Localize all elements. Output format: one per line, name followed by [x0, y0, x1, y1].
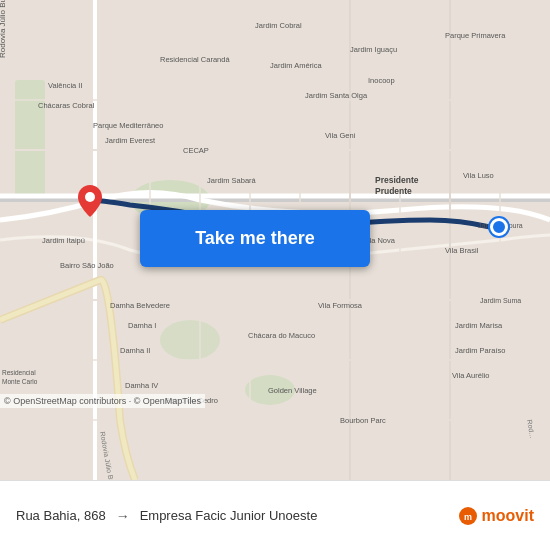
- svg-text:Vila Aurélio: Vila Aurélio: [452, 371, 489, 380]
- svg-text:Golden Village: Golden Village: [268, 386, 317, 395]
- route-to: Empresa Facic Junior Unoeste: [140, 508, 318, 523]
- route-arrow-icon: →: [116, 508, 130, 524]
- svg-text:m: m: [464, 512, 472, 522]
- svg-text:Monte Carlo: Monte Carlo: [2, 378, 38, 385]
- moovit-logo: m moovit: [458, 506, 534, 526]
- svg-text:Residencial: Residencial: [2, 369, 36, 376]
- svg-text:Inocoop: Inocoop: [368, 76, 395, 85]
- svg-text:Damha IV: Damha IV: [125, 381, 158, 390]
- svg-rect-2: [15, 80, 45, 200]
- destination-marker: [490, 218, 508, 236]
- svg-text:Jardim Itaipú: Jardim Itaipú: [42, 236, 85, 245]
- svg-text:Bairro São João: Bairro São João: [60, 261, 114, 270]
- svg-text:Damha Belvedere: Damha Belvedere: [110, 301, 170, 310]
- svg-text:Jardim Santa Olga: Jardim Santa Olga: [305, 91, 368, 100]
- svg-text:Damha I: Damha I: [128, 321, 156, 330]
- svg-text:Prudente: Prudente: [375, 186, 412, 196]
- svg-text:Jardim Marisa: Jardim Marisa: [455, 321, 503, 330]
- svg-text:Jardim Iguaçu: Jardim Iguaçu: [350, 45, 397, 54]
- svg-text:Jardim Sabará: Jardim Sabará: [207, 176, 257, 185]
- moovit-text: moovit: [482, 507, 534, 525]
- svg-text:Valência II: Valência II: [48, 81, 82, 90]
- svg-point-4: [160, 320, 220, 360]
- svg-text:Jardim Cobral: Jardim Cobral: [255, 21, 302, 30]
- svg-point-63: [85, 192, 95, 202]
- svg-text:Vila Luso: Vila Luso: [463, 171, 494, 180]
- svg-text:Jardim Suma: Jardim Suma: [480, 297, 521, 304]
- svg-text:CECAP: CECAP: [183, 146, 209, 155]
- svg-text:Residencial Carandá: Residencial Carandá: [160, 55, 230, 64]
- route-info: Rua Bahia, 868 → Empresa Facic Junior Un…: [16, 506, 534, 526]
- svg-text:Jardim Paraíso: Jardim Paraíso: [455, 346, 505, 355]
- route-from: Rua Bahia, 868: [16, 508, 106, 523]
- map-attribution: © OpenStreetMap contributors · © OpenMap…: [0, 394, 205, 408]
- map-container: Rodovia Júlio Budi Valência II Chácaras …: [0, 0, 550, 480]
- svg-text:Parque Primavera: Parque Primavera: [445, 31, 506, 40]
- svg-text:Rodovia Júlio Budi: Rodovia Júlio Budi: [0, 0, 7, 58]
- bottom-bar: Rua Bahia, 868 → Empresa Facic Junior Un…: [0, 480, 550, 550]
- svg-text:Jardim América: Jardim América: [270, 61, 323, 70]
- svg-text:Bourbon Parc: Bourbon Parc: [340, 416, 386, 425]
- svg-text:Vila Formosa: Vila Formosa: [318, 301, 363, 310]
- take-me-there-button[interactable]: Take me there: [140, 210, 370, 267]
- svg-text:Jardim Everest: Jardim Everest: [105, 136, 156, 145]
- svg-text:Damha II: Damha II: [120, 346, 150, 355]
- svg-text:Vila Brasil: Vila Brasil: [445, 246, 479, 255]
- svg-text:Parque Mediterrâneo: Parque Mediterrâneo: [93, 121, 163, 130]
- svg-text:Chácara do Macuco: Chácara do Macuco: [248, 331, 315, 340]
- svg-text:Vila Geni: Vila Geni: [325, 131, 356, 140]
- svg-text:Chácaras Cobral: Chácaras Cobral: [38, 101, 95, 110]
- svg-text:Presidente: Presidente: [375, 175, 419, 185]
- origin-marker: [78, 185, 102, 221]
